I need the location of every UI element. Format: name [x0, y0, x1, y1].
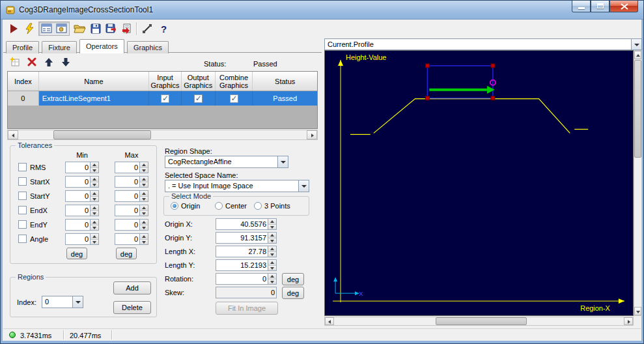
tolerance-angle-checkbox[interactable] — [18, 235, 27, 243]
origin-y-spinner[interactable]: 91.3157 — [216, 232, 277, 244]
tolerance-endx-checkbox[interactable] — [18, 206, 27, 214]
tab-profile[interactable]: Profile — [6, 41, 39, 53]
spinner-arrows[interactable] — [139, 162, 148, 173]
delete-operator-button[interactable] — [25, 56, 38, 68]
spinner-arrows[interactable] — [90, 177, 98, 187]
spinner-arrows[interactable] — [268, 219, 276, 229]
scroll-up-button[interactable] — [634, 51, 641, 59]
spinner-arrows[interactable] — [90, 205, 98, 216]
dropdown-arrow-icon[interactable] — [298, 180, 309, 192]
close-button[interactable] — [609, 1, 638, 12]
tolerance-starty-checkbox[interactable] — [18, 192, 27, 200]
maximize-button[interactable] — [591, 1, 609, 12]
tolerance-starty-max-spinner[interactable]: 0 — [115, 190, 148, 202]
tolerance-rms-min-spinner[interactable]: 0 — [65, 162, 99, 173]
hscroll-thumb[interactable] — [436, 317, 527, 325]
spinner-arrows[interactable] — [90, 220, 98, 230]
tab-fixture[interactable]: Fixture — [42, 41, 77, 53]
combine-graphics-checkbox[interactable] — [230, 94, 238, 103]
column-header-name[interactable]: Name — [39, 72, 149, 91]
scroll-right-button[interactable] — [624, 317, 633, 325]
mode-origin-radio[interactable] — [171, 202, 178, 210]
hscroll-thumb[interactable] — [53, 130, 151, 139]
dropdown-arrow-icon[interactable] — [277, 156, 288, 167]
tolerance-rms-max-spinner[interactable]: 0 — [115, 162, 148, 173]
spinner-arrows[interactable] — [268, 260, 276, 270]
open-button[interactable] — [72, 22, 87, 36]
column-header-index[interactable]: Index — [8, 72, 39, 91]
import-button[interactable] — [119, 22, 134, 36]
region-index-dropdown[interactable]: 0 — [42, 296, 83, 308]
tab-operators[interactable]: Operators — [79, 39, 124, 53]
column-header-output[interactable]: Output Graphics — [182, 72, 216, 91]
tab-graphics[interactable]: Graphics — [127, 41, 169, 53]
tolerance-endy-checkbox[interactable] — [18, 220, 27, 229]
tolerance-startx-checkbox[interactable] — [18, 177, 27, 186]
fit-in-image-button[interactable]: Fit In Image — [216, 302, 278, 315]
scroll-right-button[interactable] — [307, 130, 317, 139]
spinner-arrows[interactable] — [268, 274, 276, 284]
dropdown-arrow-icon[interactable] — [631, 39, 641, 50]
tolerance-angle-min-spinner[interactable]: 0 — [65, 233, 99, 245]
save-button[interactable] — [88, 22, 103, 36]
image-pane-toggle-button[interactable] — [56, 23, 67, 35]
rotation-spinner[interactable]: 0 — [216, 273, 277, 285]
tolerance-startx-min-spinner[interactable]: 0 — [65, 176, 99, 188]
save-as-button[interactable] — [104, 22, 119, 36]
move-up-button[interactable] — [42, 56, 55, 68]
titlebar[interactable]: Cog3DRangeImageCrossSectionTool1 — [1, 1, 643, 20]
scroll-left-button[interactable] — [325, 317, 334, 325]
mode-3points-radio[interactable] — [254, 202, 262, 210]
min-deg-button[interactable]: deg — [66, 248, 87, 259]
tolerance-startx-max-spinner[interactable]: 0 — [115, 176, 148, 188]
rotation-deg-button[interactable]: deg — [282, 273, 304, 285]
tolerance-endy-max-spinner[interactable]: 0 — [115, 219, 148, 231]
run-continuous-button[interactable] — [21, 22, 36, 36]
length-x-spinner[interactable]: 27.78 — [216, 246, 277, 257]
tolerance-starty-min-spinner[interactable]: 0 — [65, 190, 99, 202]
move-down-button[interactable] — [59, 56, 72, 68]
tolerance-endx-max-spinner[interactable]: 0 — [115, 205, 148, 216]
spinner-arrows[interactable] — [139, 220, 148, 230]
selected-space-dropdown[interactable]: . = Use Input Image Space — [165, 180, 309, 192]
spinner-arrows[interactable] — [90, 234, 98, 244]
spinner-arrows[interactable] — [139, 177, 148, 187]
mode-center-radio[interactable] — [215, 202, 223, 210]
run-button[interactable] — [6, 22, 21, 36]
display-hscrollbar[interactable] — [324, 317, 634, 326]
delete-region-button[interactable]: Delete — [113, 301, 151, 314]
spinner-arrows[interactable] — [90, 191, 98, 201]
input-graphics-checkbox[interactable] — [161, 94, 169, 103]
max-deg-button[interactable]: deg — [116, 248, 137, 259]
spinner-arrows[interactable] — [90, 162, 98, 173]
probe-button[interactable] — [139, 22, 154, 36]
tolerance-angle-max-spinner[interactable]: 0 — [115, 233, 148, 245]
tolerance-endy-min-spinner[interactable]: 0 — [65, 219, 99, 231]
scroll-left-button[interactable] — [8, 130, 18, 139]
help-button[interactable]: ? — [156, 22, 171, 36]
skew-field[interactable]: 0 — [216, 287, 277, 298]
profile-selector-dropdown[interactable]: Current.Profile — [324, 38, 642, 50]
column-header-combine[interactable]: Combine Graphics — [216, 72, 253, 91]
origin-x-spinner[interactable]: 40.5576 — [216, 218, 277, 230]
add-operator-button[interactable] — [8, 56, 21, 68]
profile-display[interactable]: Height-ValueRegion-XX — [324, 50, 634, 316]
tolerance-rms-checkbox[interactable] — [18, 163, 27, 171]
column-header-input[interactable]: Input Graphics — [149, 72, 182, 91]
table-row[interactable]: 0 ExtractLineSegment1 Passed — [8, 91, 317, 106]
skew-deg-button[interactable]: deg — [282, 287, 304, 299]
table-hscrollbar[interactable] — [7, 130, 318, 140]
spinner-arrows[interactable] — [139, 205, 148, 216]
display-vscrollbar[interactable] — [634, 50, 642, 316]
vscroll-thumb[interactable] — [634, 60, 641, 158]
control-pane-toggle-button[interactable] — [41, 23, 52, 35]
length-y-spinner[interactable]: 15.2193 — [216, 259, 277, 271]
region-shape-dropdown[interactable]: CogRectangleAffine — [165, 156, 288, 168]
spinner-arrows[interactable] — [268, 233, 276, 243]
tolerance-endx-min-spinner[interactable]: 0 — [65, 205, 99, 216]
column-header-status[interactable]: Status — [253, 72, 317, 91]
dropdown-arrow-icon[interactable] — [72, 296, 83, 308]
output-graphics-checkbox[interactable] — [194, 94, 203, 103]
spinner-arrows[interactable] — [139, 234, 148, 244]
minimize-button[interactable] — [572, 1, 591, 12]
